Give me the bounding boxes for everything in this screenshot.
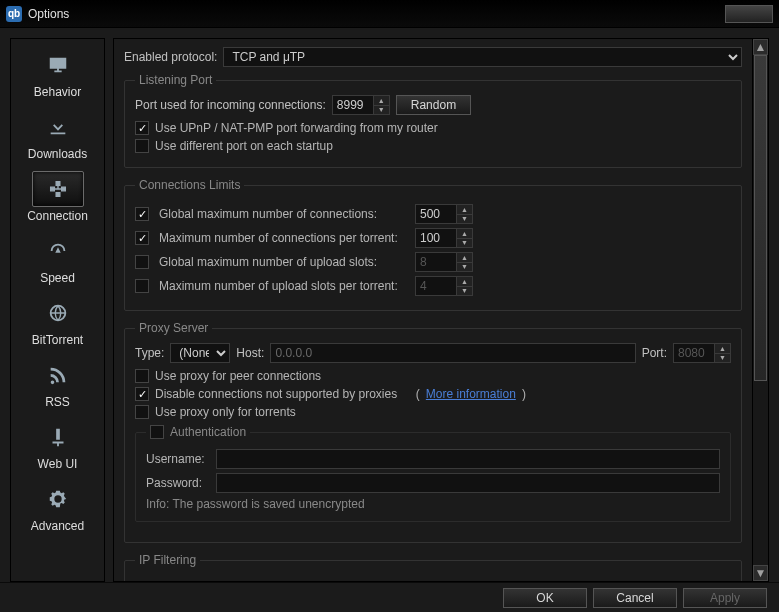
- port-spinner[interactable]: ▲▼: [374, 95, 390, 115]
- sidebar-item-label: Connection: [27, 209, 88, 223]
- more-info-link[interactable]: More information: [426, 387, 516, 401]
- authentication-legend: Authentication: [170, 425, 246, 439]
- globe-icon: [45, 302, 71, 324]
- username-label: Username:: [146, 452, 210, 466]
- proxy-host-input: [270, 343, 635, 363]
- window-title: Options: [28, 7, 69, 21]
- sidebar-item-rss[interactable]: RSS: [15, 353, 101, 415]
- sidebar-item-label: BitTorrent: [32, 333, 83, 347]
- ip-filtering-group: IP Filtering: [124, 553, 742, 581]
- global-upload-spinner: ▲▼: [457, 252, 473, 272]
- scroll-thumb[interactable]: [754, 55, 767, 381]
- connections-limits-group: Connections Limits Global maximum number…: [124, 178, 742, 311]
- upnp-checkbox[interactable]: [135, 121, 149, 135]
- sidebar: Behavior Downloads Connection Speed BitT…: [10, 38, 105, 582]
- different-port-checkbox[interactable]: [135, 139, 149, 153]
- password-input: [216, 473, 720, 493]
- different-port-label: Use different port on each startup: [155, 139, 333, 153]
- gauge-icon: [45, 240, 71, 262]
- proxy-torrents-only-label: Use proxy only for torrents: [155, 405, 296, 419]
- global-upload-label: Global maximum number of upload slots:: [159, 255, 409, 269]
- window-control[interactable]: [725, 5, 773, 23]
- app-icon: qb: [6, 6, 22, 22]
- sidebar-item-label: Speed: [40, 271, 75, 285]
- sidebar-item-label: RSS: [45, 395, 70, 409]
- proxy-port-input: [673, 343, 715, 363]
- max-per-torrent-checkbox[interactable]: [135, 231, 149, 245]
- monitor-icon: [45, 54, 71, 76]
- sidebar-item-downloads[interactable]: Downloads: [15, 105, 101, 167]
- sidebar-item-label: Behavior: [34, 85, 81, 99]
- apply-button[interactable]: Apply: [683, 588, 767, 608]
- titlebar: qb Options: [0, 0, 779, 28]
- authentication-group: Authentication Username: Password: Info:…: [135, 425, 731, 522]
- proxy-server-group: Proxy Server Type: (None) Host: Port: ▲▼: [124, 321, 742, 543]
- sidebar-item-label: Downloads: [28, 147, 87, 161]
- sidebar-item-label: Web UI: [38, 457, 78, 471]
- sidebar-item-connection[interactable]: Connection: [15, 167, 101, 229]
- proxy-disable-unsupported-label: Disable connections not supported by pro…: [155, 387, 397, 401]
- sidebar-item-webui[interactable]: Web UI: [15, 415, 101, 477]
- proxy-port-label: Port:: [642, 346, 667, 360]
- sidebar-item-label: Advanced: [31, 519, 84, 533]
- port-label: Port used for incoming connections:: [135, 98, 326, 112]
- listening-port-legend: Listening Port: [135, 73, 216, 87]
- listening-port-group: Listening Port Port used for incoming co…: [124, 73, 742, 168]
- download-icon: [45, 116, 71, 138]
- upload-per-torrent-input: [415, 276, 457, 296]
- proxy-type-label: Type:: [135, 346, 164, 360]
- upload-per-torrent-checkbox[interactable]: [135, 279, 149, 293]
- scroll-down-button[interactable]: ▼: [753, 565, 768, 581]
- scroll-up-button[interactable]: ▲: [753, 39, 768, 55]
- random-button[interactable]: Random: [396, 95, 471, 115]
- max-per-torrent-input[interactable]: [415, 228, 457, 248]
- password-info: Info: The password is saved unencrypted: [146, 497, 720, 511]
- sidebar-item-bittorrent[interactable]: BitTorrent: [15, 291, 101, 353]
- proxy-type-select[interactable]: (None): [170, 343, 230, 363]
- connections-limits-legend: Connections Limits: [135, 178, 244, 192]
- global-max-checkbox[interactable]: [135, 207, 149, 221]
- ok-button[interactable]: OK: [503, 588, 587, 608]
- network-icon: [45, 178, 71, 200]
- authentication-checkbox[interactable]: [150, 425, 164, 439]
- proxy-peer-label: Use proxy for peer connections: [155, 369, 321, 383]
- proxy-torrents-only-checkbox[interactable]: [135, 405, 149, 419]
- upnp-label: Use UPnP / NAT-PMP port forwarding from …: [155, 121, 438, 135]
- enabled-protocol-label: Enabled protocol:: [124, 50, 217, 64]
- proxy-port-spinner: ▲▼: [715, 343, 731, 363]
- global-max-spinner[interactable]: ▲▼: [457, 204, 473, 224]
- port-input[interactable]: [332, 95, 374, 115]
- ip-filtering-legend: IP Filtering: [135, 553, 200, 567]
- proxy-host-label: Host:: [236, 346, 264, 360]
- password-label: Password:: [146, 476, 210, 490]
- server-icon: [47, 425, 69, 449]
- max-per-torrent-label: Maximum number of connections per torren…: [159, 231, 409, 245]
- global-max-label: Global maximum number of connections:: [159, 207, 409, 221]
- content-panel: Enabled protocol: TCP and μTP Listening …: [114, 39, 752, 581]
- footer: OK Cancel Apply: [0, 582, 779, 612]
- upload-per-torrent-spinner: ▲▼: [457, 276, 473, 296]
- proxy-disable-unsupported-checkbox[interactable]: [135, 387, 149, 401]
- gear-icon: [46, 488, 70, 510]
- proxy-peer-checkbox[interactable]: [135, 369, 149, 383]
- cancel-button[interactable]: Cancel: [593, 588, 677, 608]
- scroll-track[interactable]: [753, 55, 768, 565]
- enabled-protocol-select[interactable]: TCP and μTP: [223, 47, 742, 67]
- sidebar-item-speed[interactable]: Speed: [15, 229, 101, 291]
- upload-per-torrent-label: Maximum number of upload slots per torre…: [159, 279, 409, 293]
- global-upload-input: [415, 252, 457, 272]
- proxy-server-legend: Proxy Server: [135, 321, 212, 335]
- max-per-torrent-spinner[interactable]: ▲▼: [457, 228, 473, 248]
- rss-icon: [46, 364, 70, 386]
- sidebar-item-advanced[interactable]: Advanced: [15, 477, 101, 539]
- scrollbar[interactable]: ▲ ▼: [752, 39, 768, 581]
- sidebar-item-behavior[interactable]: Behavior: [15, 43, 101, 105]
- global-upload-checkbox[interactable]: [135, 255, 149, 269]
- global-max-input[interactable]: [415, 204, 457, 224]
- username-input: [216, 449, 720, 469]
